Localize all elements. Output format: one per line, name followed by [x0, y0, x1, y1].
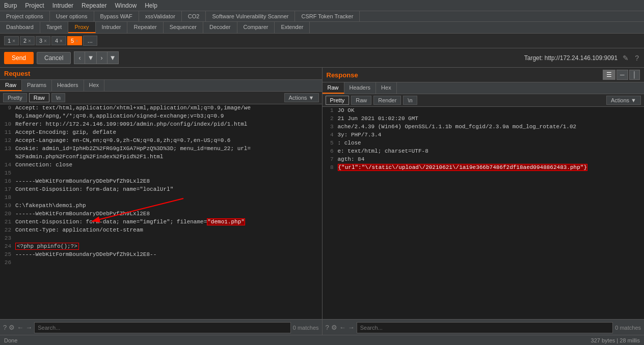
table-row: 24<?php phpinfo();?>: [0, 243, 322, 251]
nav-forward-dropdown[interactable]: ▼: [108, 51, 119, 64]
menu-bar: Burp Project Intruder Repeater Window He…: [0, 0, 644, 11]
response-sub-pretty[interactable]: Pretty: [326, 96, 350, 105]
response-sub-render[interactable]: Render: [373, 96, 401, 105]
repeater-tab-5-close[interactable]: ×: [75, 38, 78, 44]
request-tabs: Raw Params Headers Hex: [0, 80, 322, 92]
menu-help[interactable]: Help: [145, 2, 157, 9]
nav-back-button[interactable]: ‹: [74, 51, 85, 64]
help-target-button[interactable]: ?: [634, 53, 640, 63]
tab-csrf-token-tracker[interactable]: CSRF Token Tracker: [295, 11, 360, 21]
repeater-tab-5-label: 5: [71, 38, 74, 44]
request-tab-raw[interactable]: Raw: [0, 80, 22, 91]
repeater-tab-4-close[interactable]: ×: [60, 38, 63, 44]
response-tab-hex[interactable]: Hex: [376, 82, 397, 94]
request-sub-ln[interactable]: \n: [51, 93, 65, 102]
table-row: bp,image/apng,*/*;q=0.8,application/sign…: [0, 112, 322, 121]
menu-window[interactable]: Window: [115, 2, 137, 9]
table-row: 6e: text/html; charset=UTF-8: [323, 148, 645, 156]
table-row: 3ache/2.4.39 (Win64) OpenSSL/1.1.1b mod_…: [323, 123, 645, 131]
request-search-prev[interactable]: ←: [17, 324, 23, 331]
request-search-bar: ? ⚙ ← → 0 matches: [0, 319, 322, 335]
tab-row-1: Project options User options Bypass WAF …: [0, 11, 644, 22]
repeater-tab-4[interactable]: 4 ×: [51, 36, 66, 45]
tab-co2[interactable]: CO2: [182, 11, 206, 21]
repeater-tab-2-close[interactable]: ×: [28, 38, 31, 44]
request-matches-label: 0 matches: [293, 325, 319, 331]
response-help-icon[interactable]: ?: [326, 324, 329, 331]
tab-software-vuln-scanner[interactable]: Software Vulnerability Scanner: [206, 11, 295, 21]
repeater-tab-2[interactable]: 2 ×: [20, 36, 35, 45]
view-vertical-icon[interactable]: │: [629, 70, 640, 80]
edit-target-button[interactable]: ✎: [622, 53, 630, 63]
view-icons: ☰ ─ │: [603, 70, 640, 80]
toolbar: Send Cancel ‹ ▼ › ▼ Target: http://172.2…: [0, 48, 644, 68]
nav-back-dropdown[interactable]: ▼: [85, 51, 96, 64]
request-search-next[interactable]: →: [25, 324, 32, 331]
request-header: Request: [0, 68, 322, 80]
response-sub-ln[interactable]: \n: [403, 96, 417, 105]
menu-project[interactable]: Project: [25, 2, 44, 9]
target-info: Target: http://172.24.146.109:9091 ✎ ?: [524, 53, 640, 63]
view-split-icon[interactable]: ☰: [603, 70, 615, 80]
request-sub-raw[interactable]: Raw: [29, 93, 49, 102]
table-row: 25------WebKitFormBoundaryDDebPvfZh9Lxl2…: [0, 251, 322, 259]
response-search-input[interactable]: [357, 322, 613, 333]
repeater-tab-1-close[interactable]: ×: [12, 38, 15, 44]
request-sub-pretty[interactable]: Pretty: [3, 93, 27, 102]
tab-extender[interactable]: Extender: [275, 22, 310, 33]
tab-project-options[interactable]: Project options: [0, 11, 50, 21]
tab-bypass-waf[interactable]: Bypass WAF: [94, 11, 139, 21]
response-code-area[interactable]: 1JO OK221 Jun 2021 01:02:20 GMT3ache/2.4…: [323, 107, 645, 319]
repeater-tab-1[interactable]: 1 ×: [4, 36, 19, 45]
table-row: 22Content-Type: application/octet-stream: [0, 226, 322, 235]
request-help-icon[interactable]: ?: [3, 324, 7, 331]
tab-user-options[interactable]: User options: [50, 11, 94, 21]
response-search-prev[interactable]: ←: [339, 324, 346, 331]
menu-repeater[interactable]: Repeater: [82, 2, 106, 9]
request-tab-hex[interactable]: Hex: [84, 80, 105, 91]
response-sub-raw[interactable]: Raw: [351, 96, 371, 105]
table-row: 7agth: 84: [323, 156, 645, 164]
repeater-tab-more[interactable]: ...: [83, 36, 97, 46]
tab-decoder[interactable]: Decoder: [203, 22, 237, 33]
response-actions-button[interactable]: Actions ▼: [606, 96, 641, 105]
response-header: Response ☰ ─ │: [323, 68, 645, 82]
table-row: 1JO OK: [323, 107, 645, 115]
response-matches-label: 0 matches: [615, 325, 641, 331]
tab-intruder[interactable]: Intruder: [96, 22, 128, 33]
table-row: 16------WebKitFormBoundaryDDebPvfZh9Lxl2…: [0, 178, 322, 186]
repeater-tab-5[interactable]: 5 ×: [67, 36, 82, 45]
request-actions-button[interactable]: Actions ▼: [284, 93, 319, 102]
repeater-tab-3-close[interactable]: ×: [44, 38, 47, 44]
chevron-down-icon: ▼: [631, 97, 636, 103]
response-tab-headers[interactable]: Headers: [344, 82, 377, 94]
tab-proxy[interactable]: Proxy: [68, 22, 95, 33]
response-tabs: Raw Headers Hex: [323, 82, 645, 94]
send-button[interactable]: Send: [4, 52, 34, 64]
response-tab-raw[interactable]: Raw: [323, 82, 344, 94]
tab-comparer[interactable]: Comparer: [237, 22, 275, 33]
request-code-area[interactable]: 9Accept: text/html,application/xhtml+xml…: [0, 104, 322, 319]
table-row: 221 Jun 2021 01:02:20 GMT: [323, 115, 645, 123]
tab-repeater[interactable]: Repeater: [127, 22, 163, 33]
cancel-button[interactable]: Cancel: [37, 52, 71, 64]
response-search-next[interactable]: →: [348, 324, 355, 331]
menu-intruder[interactable]: Intruder: [52, 2, 73, 9]
tab-dashboard[interactable]: Dashboard: [0, 22, 40, 33]
request-settings-icon[interactable]: ⚙: [9, 324, 15, 331]
request-tab-params[interactable]: Params: [22, 80, 52, 91]
tab-sequencer[interactable]: Sequencer: [164, 22, 203, 33]
repeater-tabs: 1 × 2 × 3 × 4 × 5 × ...: [0, 34, 644, 48]
tab-xssvalidator[interactable]: xssValidator: [139, 11, 182, 21]
repeater-tab-3[interactable]: 3 ×: [36, 36, 50, 45]
menu-burp[interactable]: Burp: [4, 2, 17, 9]
view-horizontal-icon[interactable]: ─: [616, 70, 628, 80]
request-search-input[interactable]: [34, 322, 291, 333]
tab-target[interactable]: Target: [40, 22, 69, 33]
nav-forward-button[interactable]: ›: [97, 51, 108, 64]
table-row: 5: close: [323, 139, 645, 148]
table-row: 21Content-Disposition: form-data; name="…: [0, 218, 322, 226]
repeater-tab-2-label: 2: [23, 38, 26, 44]
request-tab-headers[interactable]: Headers: [52, 80, 84, 91]
response-settings-icon[interactable]: ⚙: [331, 324, 337, 331]
